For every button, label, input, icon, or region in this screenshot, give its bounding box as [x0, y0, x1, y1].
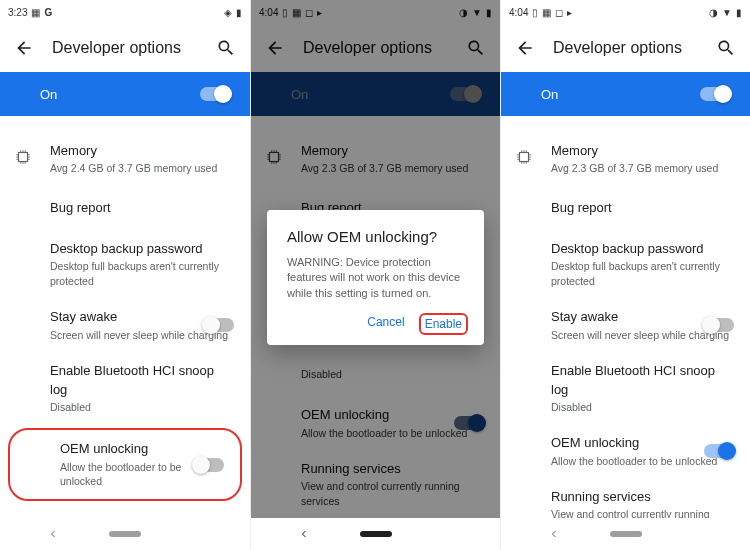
setting-subtitle: Avg 2.3 GB of 3.7 GB memory used [551, 161, 734, 176]
oem-switch[interactable] [454, 416, 484, 430]
setting-stay-awake[interactable]: Stay awake Screen will never sleep while… [501, 298, 750, 352]
setting-title: Memory [551, 142, 734, 160]
setting-title: Running services [301, 460, 484, 478]
master-toggle-label: On [291, 87, 308, 102]
back-icon[interactable] [263, 36, 287, 60]
setting-oem-unlocking[interactable]: OEM unlocking Allow the bootloader to be… [251, 396, 500, 450]
master-toggle-switch[interactable] [700, 87, 730, 101]
app-bar: Developer options [0, 24, 250, 72]
stay-awake-switch[interactable] [704, 318, 734, 332]
back-icon[interactable] [513, 36, 537, 60]
setting-bt-hci[interactable]: Disabled [251, 352, 500, 396]
settings-list: Memory Avg 2.4 GB of 3.7 GB memory used … [0, 116, 250, 518]
setting-title: Running services [551, 488, 734, 506]
search-icon[interactable] [714, 36, 738, 60]
setting-title: Enable Bluetooth HCI snoop log [551, 362, 734, 398]
setting-memory[interactable]: Memory Avg 2.3 GB of 3.7 GB memory used [251, 132, 500, 186]
nav-back-icon[interactable] [298, 528, 310, 540]
master-toggle-bar[interactable]: On [251, 72, 500, 116]
signal-icon: ▮ [236, 7, 242, 18]
setting-bug-report[interactable]: Bug report [0, 186, 250, 230]
wifi-icon: ▼ [722, 7, 732, 18]
setting-backup[interactable]: Desktop backup password Desktop full bac… [501, 230, 750, 299]
status-icon: ▸ [317, 7, 322, 18]
status-icon: ▦ [292, 7, 301, 18]
master-toggle-bar[interactable]: On [501, 72, 750, 116]
setting-oem-unlocking[interactable]: OEM unlocking Allow the bootloader to be… [501, 424, 750, 478]
dialog-title: Allow OEM unlocking? [287, 228, 464, 245]
master-toggle-switch[interactable] [450, 87, 480, 101]
nav-home-pill[interactable] [109, 531, 141, 537]
oem-switch[interactable] [194, 458, 224, 472]
setting-subtitle: Desktop full backups aren't currently pr… [50, 259, 234, 288]
memory-icon [14, 148, 32, 170]
page-title: Developer options [303, 39, 448, 57]
master-toggle-label: On [40, 87, 57, 102]
wifi-icon: ▼ [472, 7, 482, 18]
theme-icon: ◑ [459, 7, 468, 18]
setting-backup[interactable]: Desktop backup password Desktop full bac… [0, 230, 250, 299]
nav-back-icon[interactable] [47, 528, 59, 540]
svg-rect-1 [270, 152, 279, 161]
setting-subtitle: Avg 2.3 GB of 3.7 GB memory used [301, 161, 484, 176]
nav-bar [0, 518, 250, 550]
memory-icon [265, 148, 283, 170]
setting-bug-report[interactable]: Bug report [501, 186, 750, 230]
stay-awake-switch[interactable] [204, 318, 234, 332]
theme-icon: ◑ [709, 7, 718, 18]
settings-list: Memory Avg 2.3 GB of 3.7 GB memory used … [501, 116, 750, 518]
app-bar: Developer options [501, 24, 750, 72]
search-icon[interactable] [464, 36, 488, 60]
nav-back-icon[interactable] [548, 528, 560, 540]
status-bar: 3:23 ▦ G ◈ ▮ [0, 0, 250, 24]
setting-stay-awake[interactable]: Stay awake Screen will never sleep while… [0, 298, 250, 352]
memory-icon [515, 148, 533, 170]
setting-title: Bug report [551, 199, 734, 217]
nav-home-pill[interactable] [360, 531, 392, 537]
setting-title: Memory [50, 142, 234, 160]
status-icon: ▸ [567, 7, 572, 18]
wifi-icon: ◈ [224, 7, 232, 18]
cancel-button[interactable]: Cancel [367, 315, 404, 333]
setting-subtitle: Desktop full backups aren't currently pr… [551, 259, 734, 288]
battery-icon: ▮ [736, 7, 742, 18]
page-title: Developer options [52, 39, 198, 57]
setting-running-services[interactable]: Running services View and control curren… [501, 478, 750, 518]
setting-oem-unlocking[interactable]: OEM unlocking Allow the bootloader to be… [8, 428, 242, 501]
master-toggle-bar[interactable]: On [0, 72, 250, 116]
phone-pane-b: 4:04 ▯ ▦ ◻ ▸ ◑ ▼ ▮ Developer options On … [250, 0, 500, 550]
app-bar: Developer options [251, 24, 500, 72]
search-icon[interactable] [214, 36, 238, 60]
status-icon: ▯ [532, 7, 538, 18]
oem-switch[interactable] [704, 444, 734, 458]
setting-bt-hci[interactable]: Enable Bluetooth HCI snoop log Disabled [0, 352, 250, 424]
enable-button[interactable]: Enable [419, 313, 468, 335]
master-toggle-label: On [541, 87, 558, 102]
setting-title: Bug report [50, 199, 234, 217]
status-icon: G [44, 7, 52, 18]
setting-subtitle: Avg 2.4 GB of 3.7 GB memory used [50, 161, 234, 176]
master-toggle-switch[interactable] [200, 87, 230, 101]
dialog-body: WARNING: Device protection features will… [287, 255, 464, 301]
setting-running-services[interactable]: Running services View and control curren… [0, 505, 250, 518]
phone-pane-c: 4:04 ▯ ▦ ◻ ▸ ◑ ▼ ▮ Developer options On … [500, 0, 750, 550]
status-time: 4:04 [259, 7, 278, 18]
status-bar: 4:04 ▯ ▦ ◻ ▸ ◑ ▼ ▮ [501, 0, 750, 24]
nav-home-pill[interactable] [610, 531, 642, 537]
setting-bt-hci[interactable]: Enable Bluetooth HCI snoop log Disabled [501, 352, 750, 424]
status-icon: ▯ [282, 7, 288, 18]
setting-subtitle: Disabled [301, 367, 484, 382]
setting-memory[interactable]: Memory Avg 2.3 GB of 3.7 GB memory used [501, 132, 750, 186]
svg-rect-0 [19, 152, 28, 161]
setting-running-services[interactable]: Running services View and control curren… [251, 450, 500, 518]
status-time: 3:23 [8, 7, 27, 18]
status-icon: ▦ [542, 7, 551, 18]
nav-bar [251, 518, 500, 550]
nav-bar [501, 518, 750, 550]
setting-memory[interactable]: Memory Avg 2.4 GB of 3.7 GB memory used [0, 132, 250, 186]
setting-title: Running services [50, 515, 234, 518]
battery-icon: ▮ [486, 7, 492, 18]
setting-title: Memory [301, 142, 484, 160]
back-icon[interactable] [12, 36, 36, 60]
setting-title: Desktop backup password [50, 240, 234, 258]
